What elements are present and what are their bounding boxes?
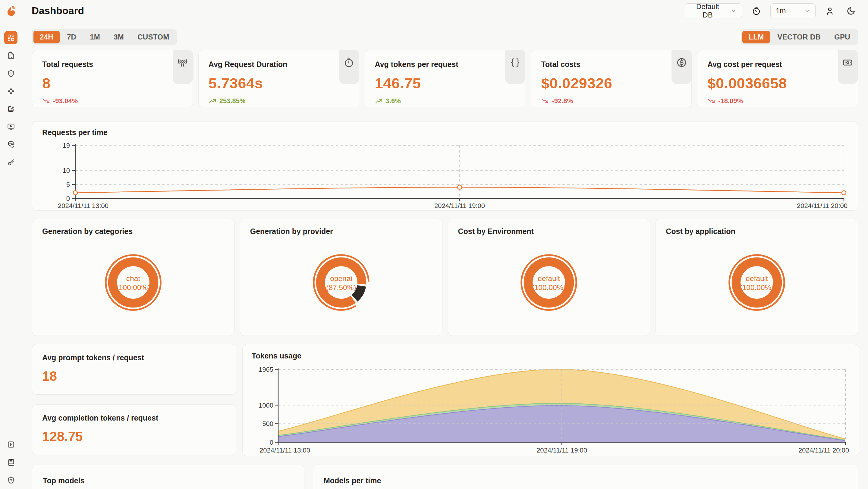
scope-tab-vector-db[interactable]: VECTOR DB [771,31,827,43]
layout-dashboard-icon [7,34,15,42]
user-icon[interactable] [823,4,837,18]
sidebar-item-requests[interactable] [4,49,18,62]
card-title: Cost by application [666,227,848,236]
book-icon [7,458,15,466]
time-range-tabs: 24H7D1M3MCUSTOM [32,29,177,45]
header-controls: Default DB 1m [685,3,868,19]
stat-card-total-costs: Total costs$0.029326-92.8% [531,50,692,107]
main-content: 24H7D1M3MCUSTOM LLMVECTOR DBGPU Total re… [22,22,868,489]
trending-down-icon [541,97,549,105]
shield-question-icon [7,476,15,484]
time-range-tab-7d[interactable]: 7D [61,31,83,43]
scope-tab-llm[interactable]: LLM [742,31,770,43]
requests-per-time-card: Requests per time 0510192024/11/11 13:00… [32,121,858,211]
time-range-tab-custom[interactable]: CUSTOM [131,31,176,43]
svg-text:2024/11/11 19:00: 2024/11/11 19:00 [536,447,587,454]
scope-tabs: LLMVECTOR DBGPU [741,29,858,45]
card-title: Top models [43,476,293,485]
sidebar-item-documentation[interactable] [4,456,18,469]
svg-text:5: 5 [66,181,70,188]
card-title: Tokens usage [252,352,849,360]
refresh-history-icon[interactable] [749,4,763,18]
chevron-down-icon [731,8,737,14]
stat-trend: -93.04% [42,97,183,105]
stat-card-avg-tokens-per-request: Avg tokens per request146.753.6% [365,50,526,107]
card-title: Cost by Environment [458,227,640,236]
stat-label: Avg tokens per request [375,60,516,69]
top-models-card: Top models [32,465,304,489]
trending-up-icon [375,97,383,105]
donut-chart: default(100.00%) [519,253,578,312]
svg-text:0: 0 [270,439,273,446]
database-selector-value: Default DB [690,2,725,19]
card-title: Generation by provider [250,227,432,236]
sidebar-item-support[interactable] [4,473,18,487]
svg-text:19: 19 [63,142,70,149]
trending-down-icon [42,97,50,105]
card-title: Models per time [324,476,847,485]
stat-label: Avg completion tokens / request [42,414,226,422]
refresh-interval-selector[interactable]: 1m [770,3,815,19]
page-title: Dashboard [32,5,84,17]
tokens-usage-area-chart: 0500100019652024/11/11 13:002024/11/11 1… [252,362,849,456]
svg-text:0: 0 [66,195,70,202]
svg-text:10: 10 [63,167,70,174]
trending-up-icon [209,97,216,105]
refresh-interval-value: 1m [776,7,786,15]
card-title: Requests per time [42,128,848,137]
donut-center-value: (100.00%) [116,283,150,291]
donut-chart: openai(87.50%) [312,253,371,312]
diamond-shapes-icon [7,87,15,95]
svg-text:2024/11/11 20:00: 2024/11/11 20:00 [798,447,849,454]
sidebar-item-playground[interactable] [4,120,18,133]
dark-mode-toggle-moon-icon[interactable] [844,4,858,18]
bottom-cards-row: Top modelsModels per time [32,465,858,489]
sidebar-item-shapes[interactable] [4,84,18,98]
svg-text:2024/11/11 13:00: 2024/11/11 13:00 [259,447,310,454]
time-range-tab-1m[interactable]: 1M [84,31,106,43]
play-square-icon [7,440,15,449]
database-refresh-icon [7,141,15,149]
donut-chart-wrap: default(100.00%) [458,236,640,328]
time-range-tab-3m[interactable]: 3M [107,31,130,43]
stat-value: 8 [42,75,183,92]
sidebar-item-exceptions[interactable] [4,67,18,80]
donut-center-label: default [746,274,768,282]
app-header: Dashboard Default DB 1m [0,0,868,22]
stat-label: Avg prompt tokens / request [42,353,226,362]
trending-down-icon [707,97,715,105]
stat-value: 18 [42,369,226,384]
sidebar-item-database[interactable] [4,138,18,151]
stat-label: Avg Request Duration [209,60,349,69]
svg-text:2024/11/11 19:00: 2024/11/11 19:00 [434,202,485,210]
shield-alert-icon [7,69,15,78]
monitor-play-icon [7,123,15,131]
card-title: Generation by categories [42,227,224,236]
notebook-pen-icon [7,105,15,113]
chevron-down-icon [804,8,810,14]
svg-text:500: 500 [262,420,273,428]
donut-center-value: (87.50%) [326,283,356,291]
cost-by-application-card: Cost by applicationdefault(100.00%) [655,219,858,336]
stat-card-total-requests: Total requests8-93.04% [32,50,193,107]
donut-center-label: default [538,274,560,282]
time-range-tab-24h[interactable]: 24H [33,31,60,43]
scope-tab-gpu[interactable]: GPU [828,31,857,43]
donut-center-label: chat [126,274,141,282]
svg-text:1965: 1965 [258,366,273,373]
stat-card-avg-prompt-tokens-request: Avg prompt tokens / request18 [32,344,236,395]
sidebar-item-getting-started[interactable] [4,438,18,451]
sidebar-item-api-keys[interactable] [4,156,18,169]
stat-value: $0.029326 [541,75,681,92]
stat-trend: 253.85% [209,97,349,105]
stat-trend: 3.6% [375,97,516,105]
stat-trend: -18.09% [707,97,848,105]
file-code-icon [7,52,15,60]
filters-toolbar: 24H7D1M3MCUSTOM LLMVECTOR DBGPU [32,29,858,45]
stat-label: Avg cost per request [707,60,848,69]
database-selector[interactable]: Default DB [685,3,742,19]
sidebar-item-dashboard[interactable] [4,31,18,44]
donut-chart: default(100.00%) [727,253,786,312]
flame-logo-icon [5,4,18,17]
sidebar-item-prompts[interactable] [4,102,18,116]
